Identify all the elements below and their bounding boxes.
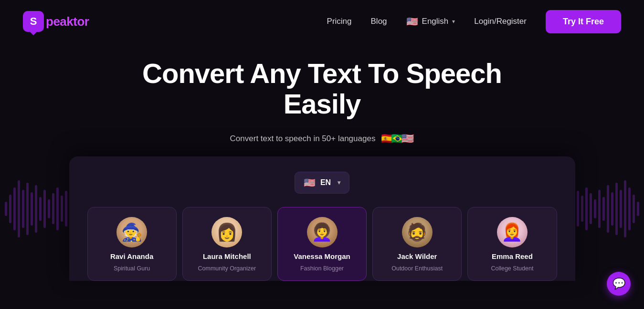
voice-name-emma: Emma Reed [492, 252, 533, 260]
voice-role-laura: Community Organizer [198, 265, 256, 272]
hero-title: Convert Any Text To Speech Easily [107, 58, 537, 119]
app-card: 🇺🇸 EN ▾ Ravi Ananda Spiritual Guru Laura… [69, 156, 575, 281]
chat-button[interactable]: 💬 [607, 272, 631, 296]
dropdown-lang-label: EN [320, 178, 331, 187]
chevron-down-icon: ▾ [452, 18, 455, 25]
language-label: English [422, 17, 449, 26]
voice-name-laura: Laura Mitchell [203, 252, 251, 260]
pricing-link[interactable]: Pricing [327, 17, 352, 26]
flag-us: 🇺🇸 [401, 133, 414, 145]
voice-name-jack: Jack Wilder [397, 252, 437, 260]
nav-links: Pricing Blog 🇺🇸 English ▾ Login/Register… [327, 10, 621, 33]
voice-role-vanessa: Fashion Blogger [300, 265, 344, 272]
login-register-link[interactable]: Login/Register [474, 17, 527, 26]
dropdown-flag-icon: 🇺🇸 [304, 177, 316, 188]
voice-name-vanessa: Vanessa Morgan [294, 252, 350, 260]
try-free-button[interactable]: Try It Free [546, 10, 621, 33]
blog-link[interactable]: Blog [371, 17, 387, 26]
avatar-emma [497, 217, 528, 247]
wave-section: 🇺🇸 EN ▾ Ravi Ananda Spiritual Guru Laura… [0, 156, 644, 281]
voice-role-ravi: Spiritual Guru [114, 265, 150, 272]
dropdown-chevron-icon: ▾ [338, 179, 340, 186]
hero-section: Convert Any Text To Speech Easily Conver… [0, 43, 644, 281]
navbar: S peaktor Pricing Blog 🇺🇸 English ▾ Logi… [0, 0, 644, 43]
avatar-ravi [116, 217, 147, 247]
voice-card-vanessa[interactable]: Vanessa Morgan Fashion Blogger [277, 207, 367, 281]
app-lang-selector: 🇺🇸 EN ▾ [84, 172, 560, 194]
flag-stack: 🇪🇸 🇧🇷 🇺🇸 [381, 133, 414, 145]
subtitle-text: Convert text to speech in 50+ languages [230, 134, 376, 144]
voice-role-emma: College Student [491, 265, 533, 272]
avatar-jack [402, 217, 433, 247]
voice-card-emma[interactable]: Emma Reed College Student [467, 207, 557, 281]
logo[interactable]: S peaktor [23, 11, 89, 32]
language-selector[interactable]: 🇺🇸 English ▾ [406, 16, 455, 27]
voice-name-ravi: Ravi Ananda [110, 252, 153, 260]
voice-role-jack: Outdoor Enthusiast [391, 265, 443, 272]
us-flag-icon: 🇺🇸 [406, 16, 418, 27]
logo-text: peaktor [46, 14, 89, 29]
lang-dropdown[interactable]: 🇺🇸 EN ▾ [295, 172, 349, 194]
avatar-laura [211, 217, 242, 247]
voice-cards-container: Ravi Ananda Spiritual Guru Laura Mitchel… [84, 207, 560, 281]
hero-subtitle: Convert text to speech in 50+ languages … [230, 133, 414, 145]
chat-icon: 💬 [612, 278, 625, 290]
voice-card-laura[interactable]: Laura Mitchell Community Organizer [182, 207, 272, 281]
voice-card-ravi[interactable]: Ravi Ananda Spiritual Guru [87, 207, 177, 281]
avatar-vanessa [307, 217, 338, 247]
voice-card-jack[interactable]: Jack Wilder Outdoor Enthusiast [372, 207, 462, 281]
logo-icon: S [23, 11, 44, 32]
